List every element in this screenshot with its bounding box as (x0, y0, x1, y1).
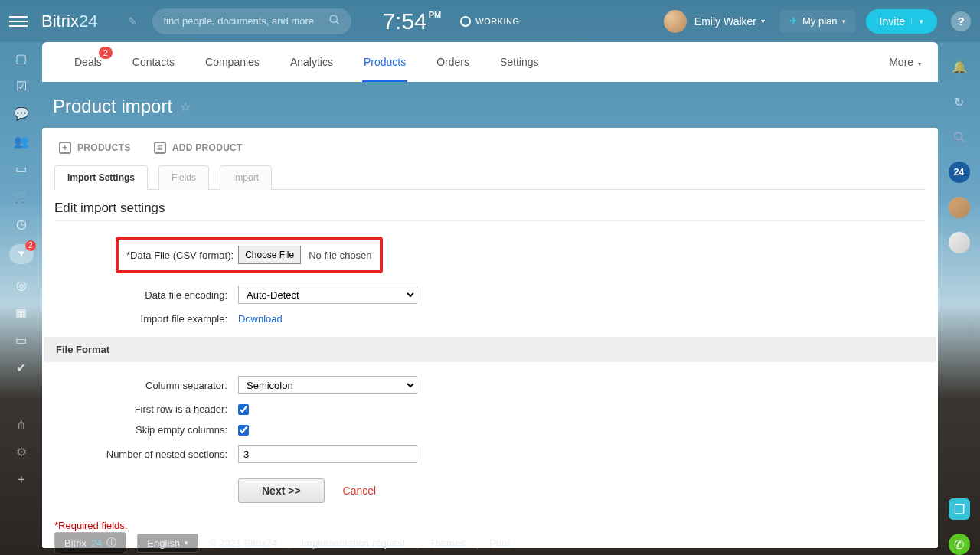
check-icon[interactable]: ☑ (13, 79, 30, 93)
cart-icon[interactable]: 🛒 (13, 189, 30, 203)
required-note: *Required fields. (54, 503, 926, 531)
tab-label: Settings (500, 56, 539, 68)
right-sidebar: 🔔 ↻ 24 ❐ ✆ (938, 42, 980, 555)
history-icon[interactable]: ↻ (949, 91, 970, 113)
users-icon[interactable]: 👥 (13, 134, 30, 148)
highlight-data-file: *Data File (CSV format): Choose File No … (116, 237, 383, 273)
skip-empty-checkbox[interactable] (238, 425, 249, 436)
tab-label: Deals (74, 56, 102, 68)
tab-deals[interactable]: Deals 2 (59, 42, 117, 82)
invite-label: Invite (880, 15, 905, 28)
cancel-link[interactable]: Cancel (343, 485, 377, 497)
encoding-select[interactable]: Auto-Detect (238, 286, 417, 304)
search-icon[interactable] (949, 126, 970, 148)
tab-analytics[interactable]: Analytics (275, 42, 348, 82)
search-input[interactable] (163, 15, 322, 27)
tab-companies[interactable]: Companies (190, 42, 275, 82)
chevron-down-icon[interactable]: ▾ (761, 17, 765, 25)
content-panel: + PRODUCTS ≡ ADD PRODUCT Import Settings… (42, 128, 938, 548)
footer-lang-chip[interactable]: English ▾ (137, 534, 198, 553)
section-heading: Edit import settings (54, 190, 926, 221)
window-icon[interactable]: ▢ (13, 51, 30, 65)
help-icon[interactable]: ? (951, 11, 971, 31)
b24-icon[interactable]: 24 (949, 162, 970, 183)
card-icon[interactable]: ▭ (13, 162, 30, 175)
nested-input[interactable] (238, 445, 417, 463)
contact-avatar-1[interactable] (949, 197, 970, 218)
download-link[interactable]: Download (238, 313, 283, 325)
toolbar-add-product-button[interactable]: ≡ ADD PRODUCT (154, 142, 243, 154)
row-skip-empty: Skip empty columns: (54, 420, 926, 440)
footer-copy: © 2021 Bitrix24 (209, 537, 277, 549)
row-example: Import file example: Download (54, 309, 926, 329)
toolbar-label: PRODUCTS (77, 142, 131, 153)
gear-icon[interactable]: ⚙ (13, 445, 30, 459)
bell-icon[interactable]: 🔔 (949, 56, 970, 77)
chat-icon[interactable]: 💬 (13, 106, 30, 120)
filter-icon[interactable]: 2 (9, 244, 34, 264)
edit-icon[interactable]: ✎ (128, 15, 137, 28)
data-file-label: *Data File (CSV format): (126, 250, 234, 261)
tab-orders[interactable]: Orders (421, 42, 485, 82)
search-icon[interactable] (328, 14, 341, 28)
footer: Bitrix 24 ⓘ English ▾ © 2021 Bitrix24 | … (42, 531, 938, 555)
avatar[interactable] (664, 10, 687, 33)
tab-label: Products (364, 56, 406, 68)
col-sep-label: Column separator: (54, 380, 230, 391)
row-first-row: First row is a header: (54, 399, 926, 420)
tab-settings[interactable]: Settings (485, 42, 554, 82)
tab-label: Orders (436, 56, 469, 68)
working-label: WORKING (475, 17, 519, 26)
username[interactable]: Emily Walker (694, 15, 756, 28)
myplan-button[interactable]: ✈ My plan ▾ (780, 10, 855, 32)
copy-icon[interactable]: ❐ (949, 498, 970, 520)
apps-icon[interactable]: ▦ (13, 305, 30, 319)
call-icon[interactable]: ✆ (949, 534, 970, 555)
check-circle-icon[interactable]: ✔ (13, 361, 30, 374)
tab-label: More (889, 56, 913, 68)
first-row-checkbox[interactable] (238, 404, 249, 415)
invite-button[interactable]: Invite ▾ (866, 9, 937, 34)
working-status[interactable]: WORKING (460, 16, 519, 27)
contact-avatar-2[interactable] (949, 232, 970, 253)
row-encoding: Data file encoding: Auto-Detect (54, 281, 926, 309)
svg-point-0 (330, 15, 337, 22)
search-box[interactable] (152, 8, 351, 34)
tab-label: Analytics (290, 56, 333, 68)
clock-icon[interactable]: ◷ (13, 217, 30, 230)
tab-more[interactable]: More ▾ (889, 56, 921, 68)
footer-themes-link[interactable]: Themes (430, 537, 466, 549)
row-nested: Number of nested sections: (54, 440, 926, 468)
page-title-text: Product import (53, 96, 172, 117)
footer-print-link[interactable]: Print (489, 537, 510, 549)
record-icon (460, 16, 471, 27)
folder-icon[interactable]: ▭ (13, 333, 30, 347)
filter-badge: 2 (25, 240, 36, 251)
form-actions: Next >> Cancel (54, 468, 926, 503)
inner-tabs: Import Settings Fields Import (54, 165, 926, 190)
logo-text-a: Bitrix (41, 11, 79, 31)
toolbar: + PRODUCTS ≡ ADD PRODUCT (54, 139, 926, 165)
footer-bitrix-chip[interactable]: Bitrix 24 ⓘ (54, 532, 126, 553)
footer-impl-link[interactable]: Implementation request (301, 537, 405, 549)
chevron-down-icon: ▾ (842, 18, 846, 25)
logo[interactable]: Bitrix24 (41, 11, 97, 31)
tab-contacts[interactable]: Contacts (117, 42, 190, 82)
toolbar-products-button[interactable]: + PRODUCTS (59, 142, 131, 154)
clock-time: 7:54 (382, 10, 426, 33)
choose-file-button[interactable]: Choose File (238, 246, 301, 264)
inner-tab-fields: Fields (158, 165, 209, 190)
chevron-down-icon: ▾ (185, 539, 188, 547)
next-button[interactable]: Next >> (238, 478, 325, 503)
col-sep-select[interactable]: Semicolon (238, 376, 417, 394)
tab-products[interactable]: Products (348, 42, 421, 82)
menu-icon[interactable] (9, 12, 28, 31)
target-icon[interactable]: ◎ (13, 278, 30, 292)
plus-icon[interactable]: ＋ (13, 472, 30, 486)
chevron-down-icon[interactable]: ▾ (911, 18, 923, 25)
inner-tab-import-settings[interactable]: Import Settings (54, 165, 148, 190)
row-col-sep: Column separator: Semicolon (54, 371, 926, 399)
file-format-band: File Format (44, 337, 936, 362)
sitemap-icon[interactable]: ⋔ (13, 417, 30, 431)
favorite-star-icon[interactable]: ☆ (180, 100, 191, 114)
